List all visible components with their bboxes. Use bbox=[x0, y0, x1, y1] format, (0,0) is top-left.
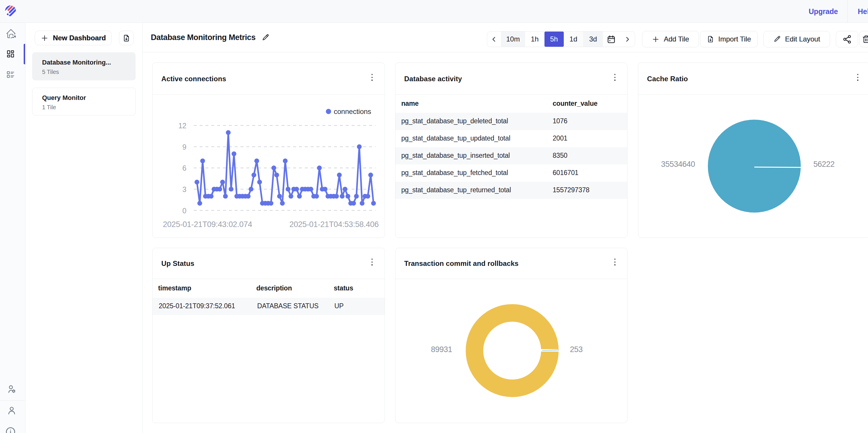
svg-text:2025-01-21T09:43:02.074: 2025-01-21T09:43:02.074 bbox=[163, 220, 252, 229]
svg-text:6: 6 bbox=[182, 164, 186, 172]
svg-text:connections: connections bbox=[334, 107, 371, 115]
svg-text:253: 253 bbox=[570, 345, 583, 354]
svg-text:9: 9 bbox=[182, 143, 186, 151]
svg-text:0: 0 bbox=[182, 207, 186, 215]
svg-text:12: 12 bbox=[178, 122, 186, 130]
svg-text:56222: 56222 bbox=[813, 160, 835, 168]
svg-text:89931: 89931 bbox=[431, 345, 452, 354]
svg-text:3: 3 bbox=[182, 185, 186, 193]
svg-text:35534640: 35534640 bbox=[661, 160, 695, 168]
svg-text:2025-01-21T04:53:58.406: 2025-01-21T04:53:58.406 bbox=[289, 220, 378, 229]
